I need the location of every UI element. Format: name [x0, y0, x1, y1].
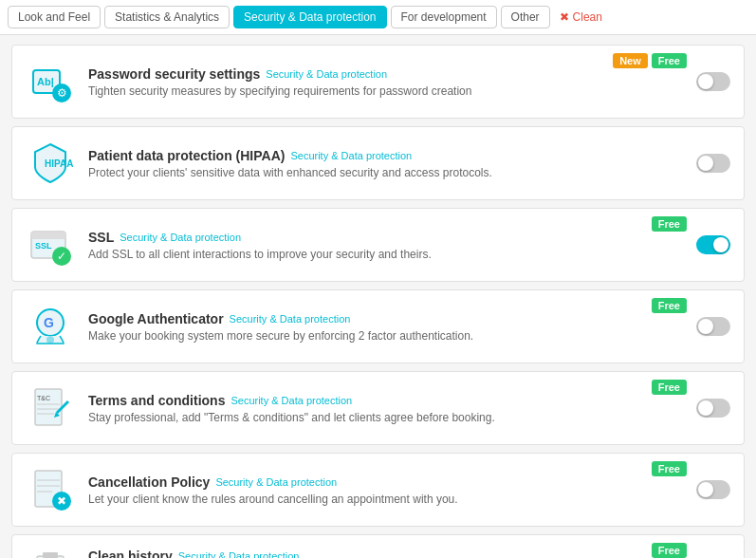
toggle-area-cancellation — [696, 480, 730, 499]
info-password: Password security settingsSecurity & Dat… — [88, 66, 730, 98]
info-google-auth: Google AuthenticatorSecurity & Data prot… — [88, 311, 730, 343]
svg-text:G: G — [44, 315, 54, 330]
title-text-password: Password security settings — [88, 66, 260, 82]
svg-text:T&C: T&C — [37, 395, 50, 401]
tab-look[interactable]: Look and Feel — [8, 6, 101, 28]
svg-rect-6 — [31, 232, 65, 239]
desc-terms: Stay professional, add "Terms & conditio… — [88, 411, 730, 424]
desc-password: Tighten security measures by specifying … — [88, 84, 730, 98]
title-text-clean-history: Clean history — [88, 549, 173, 559]
tab-other[interactable]: Other — [501, 6, 550, 28]
title-text-terms: Terms and conditions — [88, 393, 225, 408]
icon-hipaa: HIPAA — [26, 139, 75, 188]
clean-button[interactable]: ✖Clean — [554, 7, 608, 28]
desc-google-auth: Make your booking system more secure by … — [88, 329, 730, 343]
badges-ssl: Free — [652, 216, 687, 232]
feature-card-password: NewFree Ab| ⚙ Password security settings… — [11, 45, 745, 119]
title-ssl: SSLSecurity & Data protection — [88, 230, 730, 245]
feature-card-clean-history: Free ↺ Clean historySecurity & Data prot… — [11, 534, 745, 558]
title-text-cancellation: Cancellation Policy — [88, 474, 210, 490]
main-content: NewFree Ab| ⚙ Password security settings… — [0, 35, 756, 558]
title-text-google-auth: Google Authenticator — [88, 311, 224, 326]
desc-ssl: Add SSL to all client interactions to im… — [88, 248, 730, 261]
badge-free: Free — [652, 380, 687, 395]
tab-dev[interactable]: For development — [391, 6, 497, 28]
toggle-cancellation[interactable] — [696, 480, 730, 499]
category-hipaa: Security & Data protection — [290, 150, 412, 161]
svg-text:SSL: SSL — [35, 241, 52, 251]
icon-clean-history: ↺ — [26, 547, 75, 558]
feature-card-cancellation: Free ✖ Cancellation PolicySecurity & Dat… — [11, 453, 745, 527]
svg-point-12 — [46, 336, 54, 344]
title-clean-history: Clean historySecurity & Data protection — [88, 549, 730, 559]
category-password: Security & Data protection — [266, 68, 387, 80]
title-hipaa: Patient data protection (HIPAA)Security … — [88, 148, 730, 163]
clean-icon: ✖ — [560, 10, 569, 24]
icon-cancellation: ✖ — [26, 465, 75, 514]
title-google-auth: Google AuthenticatorSecurity & Data prot… — [88, 311, 730, 326]
toggle-ssl[interactable] — [696, 235, 730, 254]
badge-free: Free — [652, 53, 687, 68]
desc-cancellation: Let your client know the rules around ca… — [88, 493, 730, 506]
badge-new: New — [613, 53, 648, 68]
feature-card-ssl: Free SSL ✓ SSLSecurity & Data protection… — [11, 208, 745, 282]
info-ssl: SSLSecurity & Data protectionAdd SSL to … — [88, 230, 730, 261]
toggle-terms[interactable] — [696, 399, 730, 418]
toggle-area-password — [696, 72, 730, 91]
tab-security[interactable]: Security & Data protection — [233, 6, 386, 28]
badge-free: Free — [652, 543, 687, 558]
svg-text:⚙: ⚙ — [57, 86, 67, 100]
badge-free: Free — [652, 298, 687, 313]
icon-google-auth: G — [26, 302, 75, 351]
icon-terms: T&C — [26, 383, 75, 433]
svg-text:Ab|: Ab| — [37, 76, 54, 87]
info-hipaa: Patient data protection (HIPAA)Security … — [88, 148, 730, 179]
toggle-password[interactable] — [696, 72, 730, 91]
title-text-ssl: SSL — [88, 230, 114, 245]
category-clean-history: Security & Data protection — [178, 550, 300, 559]
info-cancellation: Cancellation PolicySecurity & Data prote… — [88, 474, 730, 506]
tab-stats[interactable]: Statistics & Analytics — [104, 6, 230, 28]
desc-hipaa: Protect your clients' sensitive data wit… — [88, 166, 730, 179]
badges-cancellation: Free — [652, 461, 687, 476]
badges-password: NewFree — [613, 53, 687, 68]
info-terms: Terms and conditionsSecurity & Data prot… — [88, 393, 730, 424]
svg-text:HIPAA: HIPAA — [45, 158, 73, 169]
svg-text:✓: ✓ — [57, 250, 66, 263]
svg-text:✖: ✖ — [57, 494, 66, 508]
toggle-area-ssl — [696, 235, 730, 254]
category-google-auth: Security & Data protection — [230, 313, 351, 325]
feature-card-google-auth: Free G Google AuthenticatorSecurity & Da… — [11, 289, 745, 363]
toggle-area-google-auth — [696, 317, 730, 336]
category-cancellation: Security & Data protection — [215, 476, 337, 488]
category-terms: Security & Data protection — [230, 395, 352, 406]
top-tabs: Look and FeelStatistics & AnalyticsSecur… — [0, 0, 756, 35]
icon-ssl: SSL ✓ — [26, 220, 75, 270]
toggle-area-hipaa — [696, 154, 730, 173]
badges-clean-history: Free — [652, 543, 687, 558]
info-clean-history: Clean historySecurity & Data protectionC… — [88, 549, 730, 559]
feature-card-hipaa: HIPAA Patient data protection (HIPAA)Sec… — [11, 126, 745, 200]
title-cancellation: Cancellation PolicySecurity & Data prote… — [88, 474, 730, 490]
toggle-google-auth[interactable] — [696, 317, 730, 336]
badges-google-auth: Free — [652, 298, 687, 313]
svg-rect-25 — [43, 552, 58, 558]
feature-card-terms: Free T&C Terms and conditionsSecurity & … — [11, 371, 745, 445]
title-terms: Terms and conditionsSecurity & Data prot… — [88, 393, 730, 408]
title-text-hipaa: Patient data protection (HIPAA) — [88, 148, 285, 163]
icon-password: Ab| ⚙ — [26, 57, 75, 106]
toggle-hipaa[interactable] — [696, 154, 730, 173]
badges-terms: Free — [652, 380, 687, 395]
badge-free: Free — [652, 216, 687, 232]
badge-free: Free — [652, 461, 687, 476]
toggle-area-terms — [696, 399, 730, 418]
category-ssl: Security & Data protection — [120, 232, 241, 243]
